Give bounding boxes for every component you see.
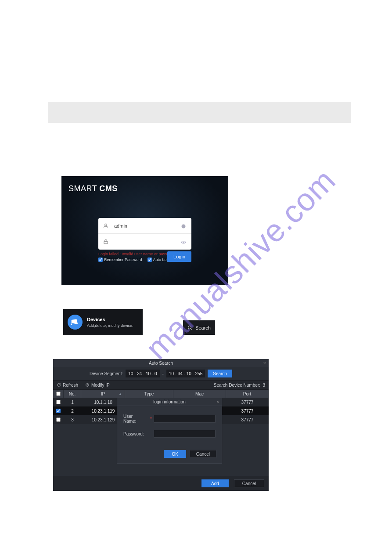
show-password-icon[interactable] bbox=[181, 239, 187, 245]
app-brand: SMART CMS bbox=[68, 184, 221, 193]
close-icon[interactable]: × bbox=[216, 399, 219, 404]
table-header: No. IP▲ Type Mac Port bbox=[53, 390, 269, 398]
svg-point-4 bbox=[183, 242, 184, 243]
search-icon bbox=[187, 325, 193, 330]
segment-row: Device Segment: 10. 34. 10. 0 - 10. 34. … bbox=[53, 367, 269, 380]
brand-bold: CMS bbox=[99, 184, 118, 193]
svg-line-7 bbox=[191, 328, 192, 330]
login-panel bbox=[98, 218, 191, 250]
svg-point-0 bbox=[105, 224, 107, 226]
remember-checkbox[interactable] bbox=[98, 258, 103, 262]
header-ip[interactable]: IP▲ bbox=[81, 390, 125, 398]
auto-search-dialog: Auto Search × Device Segment: 10. 34. 10… bbox=[53, 359, 269, 491]
camera-icon bbox=[68, 315, 83, 330]
segment-label: Device Segment: bbox=[90, 371, 123, 376]
refresh-icon bbox=[57, 383, 61, 387]
login-button[interactable]: Login bbox=[167, 251, 191, 262]
cell-port: 37777 bbox=[226, 409, 269, 414]
clear-user-icon[interactable] bbox=[181, 223, 187, 229]
header-port[interactable]: Port bbox=[226, 390, 269, 398]
device-count: Search Device Number: 3 bbox=[214, 383, 265, 388]
select-all-checkbox[interactable] bbox=[56, 392, 61, 396]
cell-port: 37777 bbox=[226, 417, 269, 422]
row-checkbox[interactable] bbox=[56, 409, 61, 413]
autologin-checkbox[interactable] bbox=[147, 258, 152, 262]
login-window: SMART CMS Login failed : Invalid user na… bbox=[61, 176, 228, 285]
modify-ip-label: Modify IP bbox=[91, 383, 110, 388]
login-below: Login failed : Invalid user name or pass… bbox=[98, 251, 191, 262]
header-no[interactable]: No. bbox=[64, 390, 81, 398]
svg-rect-5 bbox=[71, 323, 72, 325]
refresh-label: Refresh bbox=[63, 383, 78, 388]
login-info-title: login information × bbox=[117, 398, 222, 406]
auto-search-title: Auto Search × bbox=[53, 359, 269, 367]
header-check[interactable] bbox=[53, 390, 64, 398]
close-icon[interactable]: × bbox=[263, 360, 266, 366]
grey-placeholder-bar bbox=[48, 102, 351, 123]
required-star: * bbox=[150, 417, 152, 421]
svg-rect-2 bbox=[104, 241, 108, 243]
refresh-button[interactable]: Refresh bbox=[57, 383, 78, 388]
login-info-dialog: login information × User Name: * Passwor… bbox=[117, 398, 222, 464]
modify-ip-button[interactable]: Modify IP bbox=[85, 383, 110, 388]
password-row: Password: bbox=[123, 430, 216, 438]
password-label: Password: bbox=[123, 432, 150, 436]
username-input[interactable] bbox=[114, 223, 176, 229]
auto-search-footer: Add Cancel bbox=[53, 476, 269, 491]
cell-no: 1 bbox=[64, 400, 81, 405]
add-button[interactable]: Add bbox=[201, 479, 229, 487]
devices-card[interactable]: Devices Add,delete, modify device. bbox=[63, 309, 143, 335]
cell-no: 2 bbox=[64, 409, 81, 414]
cancel-button[interactable]: Cancel bbox=[234, 479, 264, 487]
segment-sep: - bbox=[162, 371, 164, 376]
svg-point-3 bbox=[182, 241, 186, 243]
user-icon bbox=[103, 223, 110, 229]
auto-search-toolbar: Refresh Modify IP Search Device Number: … bbox=[53, 380, 269, 390]
brand-light: SMART bbox=[68, 184, 99, 193]
svg-point-6 bbox=[188, 326, 191, 329]
row-checkbox[interactable] bbox=[56, 417, 61, 422]
auto-search-title-text: Auto Search bbox=[149, 361, 173, 366]
cell-no: 3 bbox=[64, 417, 81, 422]
svg-point-1 bbox=[182, 224, 186, 228]
search-label: Search bbox=[195, 325, 211, 330]
sort-asc-icon: ▲ bbox=[119, 392, 122, 396]
username-row: User Name: * bbox=[123, 414, 216, 424]
password-input[interactable] bbox=[114, 239, 176, 244]
username-row bbox=[98, 218, 191, 234]
remember-label: Remember Password bbox=[104, 258, 142, 262]
devices-subtitle: Add,delete, modify device. bbox=[87, 323, 133, 328]
modify-ip-icon bbox=[85, 383, 90, 387]
table-body: 110.1.1.1037777210.23.1.11937777310.23.1… bbox=[53, 398, 269, 476]
cell-port: 37777 bbox=[226, 400, 269, 405]
devices-title: Devices bbox=[87, 317, 133, 322]
devices-text: Devices Add,delete, modify device. bbox=[87, 317, 133, 328]
remember-password-check[interactable]: Remember Password bbox=[98, 258, 142, 262]
login-info-buttons: OK Cancel bbox=[117, 447, 222, 461]
login-info-password-input[interactable] bbox=[154, 430, 216, 438]
row-checkbox[interactable] bbox=[56, 400, 61, 404]
ok-button[interactable]: OK bbox=[164, 450, 186, 458]
segment-search-button[interactable]: Search bbox=[208, 370, 232, 377]
username-label: User Name: bbox=[123, 414, 147, 424]
header-mac[interactable]: Mac bbox=[173, 390, 226, 398]
search-button[interactable]: Search bbox=[183, 320, 215, 335]
ip-from-input[interactable]: 10. 34. 10. 0 bbox=[126, 370, 159, 377]
password-row bbox=[98, 234, 191, 250]
login-info-username-input[interactable] bbox=[154, 415, 216, 423]
ip-to-input[interactable]: 10. 34. 10. 255 bbox=[166, 370, 205, 377]
cancel-button[interactable]: Cancel bbox=[190, 450, 216, 458]
header-type[interactable]: Type bbox=[125, 390, 173, 398]
lock-icon bbox=[103, 239, 110, 245]
